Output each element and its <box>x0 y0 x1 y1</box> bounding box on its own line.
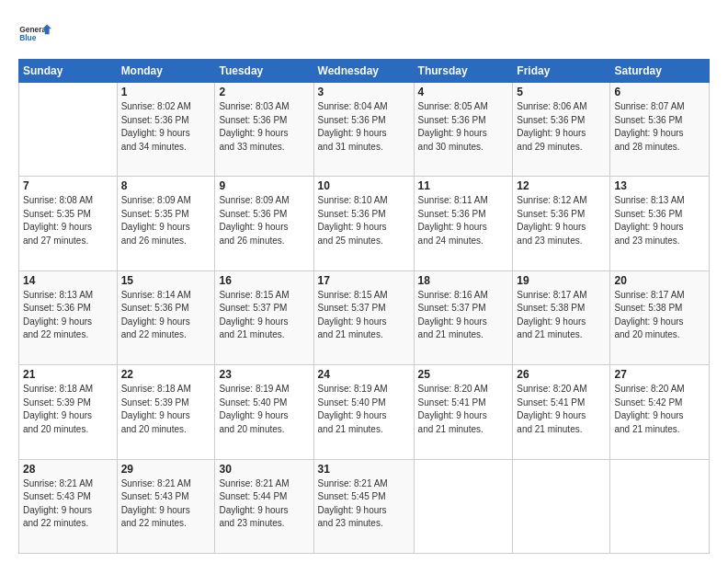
day-number: 1 <box>121 86 211 98</box>
svg-text:Blue: Blue <box>19 33 37 42</box>
calendar-cell: 21Sunrise: 8:18 AMSunset: 5:39 PMDayligh… <box>19 365 118 459</box>
day-number: 11 <box>418 179 509 192</box>
day-info: Sunrise: 8:15 AMSunset: 5:37 PMDaylight:… <box>318 289 410 342</box>
day-number: 18 <box>418 274 509 287</box>
day-info: Sunrise: 8:12 AMSunset: 5:36 PMDaylight:… <box>517 194 606 247</box>
calendar-header: SundayMondayTuesdayWednesdayThursdayFrid… <box>19 60 710 83</box>
calendar-cell: 14Sunrise: 8:13 AMSunset: 5:36 PMDayligh… <box>19 270 118 364</box>
day-info: Sunrise: 8:21 AMSunset: 5:43 PMDaylight:… <box>23 477 113 531</box>
day-number: 10 <box>318 179 410 192</box>
day-info: Sunrise: 8:02 AMSunset: 5:36 PMDaylight:… <box>121 100 211 154</box>
week-row-1: 1Sunrise: 8:02 AMSunset: 5:36 PMDaylight… <box>19 83 710 177</box>
col-header-tuesday: Tuesday <box>215 60 313 83</box>
day-info: Sunrise: 8:15 AMSunset: 5:37 PMDaylight:… <box>219 289 309 342</box>
header: General Blue <box>18 17 710 50</box>
day-number: 17 <box>318 274 410 287</box>
calendar-cell: 8Sunrise: 8:09 AMSunset: 5:35 PMDaylight… <box>117 177 215 270</box>
page: General Blue SundayMondayTuesdayWednesda… <box>0 0 728 563</box>
week-row-2: 7Sunrise: 8:08 AMSunset: 5:35 PMDaylight… <box>19 177 710 270</box>
logo: General Blue <box>18 17 51 50</box>
day-number: 23 <box>219 368 309 381</box>
calendar-cell <box>414 459 513 553</box>
header-row: SundayMondayTuesdayWednesdayThursdayFrid… <box>19 60 710 83</box>
week-row-3: 14Sunrise: 8:13 AMSunset: 5:36 PMDayligh… <box>19 270 710 364</box>
day-info: Sunrise: 8:13 AMSunset: 5:36 PMDaylight:… <box>614 194 705 247</box>
day-number: 12 <box>517 179 606 192</box>
day-info: Sunrise: 8:19 AMSunset: 5:40 PMDaylight:… <box>318 383 410 436</box>
day-number: 13 <box>614 179 705 192</box>
logo-svg: General Blue <box>18 17 51 50</box>
calendar-cell: 28Sunrise: 8:21 AMSunset: 5:43 PMDayligh… <box>19 459 118 553</box>
day-number: 22 <box>121 368 211 381</box>
calendar-cell: 9Sunrise: 8:09 AMSunset: 5:36 PMDaylight… <box>215 177 313 270</box>
calendar-cell: 26Sunrise: 8:20 AMSunset: 5:41 PMDayligh… <box>513 365 610 459</box>
day-info: Sunrise: 8:07 AMSunset: 5:36 PMDaylight:… <box>614 100 705 154</box>
day-number: 28 <box>23 463 113 476</box>
day-info: Sunrise: 8:21 AMSunset: 5:43 PMDaylight:… <box>121 477 211 531</box>
day-number: 29 <box>121 463 211 476</box>
week-row-4: 21Sunrise: 8:18 AMSunset: 5:39 PMDayligh… <box>19 365 710 459</box>
calendar-cell: 5Sunrise: 8:06 AMSunset: 5:36 PMDaylight… <box>513 83 610 177</box>
calendar-table: SundayMondayTuesdayWednesdayThursdayFrid… <box>18 59 710 554</box>
col-header-monday: Monday <box>117 60 215 83</box>
day-number: 16 <box>219 274 309 287</box>
day-info: Sunrise: 8:05 AMSunset: 5:36 PMDaylight:… <box>418 100 509 154</box>
day-info: Sunrise: 8:09 AMSunset: 5:35 PMDaylight:… <box>121 194 211 247</box>
day-number: 8 <box>121 179 211 192</box>
calendar-cell <box>610 459 710 553</box>
calendar-cell: 19Sunrise: 8:17 AMSunset: 5:38 PMDayligh… <box>513 270 610 364</box>
calendar-cell: 11Sunrise: 8:11 AMSunset: 5:36 PMDayligh… <box>414 177 513 270</box>
calendar-cell: 24Sunrise: 8:19 AMSunset: 5:40 PMDayligh… <box>313 365 414 459</box>
calendar-cell: 13Sunrise: 8:13 AMSunset: 5:36 PMDayligh… <box>610 177 710 270</box>
calendar-cell: 10Sunrise: 8:10 AMSunset: 5:36 PMDayligh… <box>313 177 414 270</box>
day-number: 2 <box>219 86 309 98</box>
day-info: Sunrise: 8:18 AMSunset: 5:39 PMDaylight:… <box>23 383 113 436</box>
calendar-cell: 6Sunrise: 8:07 AMSunset: 5:36 PMDaylight… <box>610 83 710 177</box>
day-number: 3 <box>318 86 410 98</box>
calendar-cell: 20Sunrise: 8:17 AMSunset: 5:38 PMDayligh… <box>610 270 710 364</box>
calendar-body: 1Sunrise: 8:02 AMSunset: 5:36 PMDaylight… <box>19 83 710 554</box>
calendar-cell: 15Sunrise: 8:14 AMSunset: 5:36 PMDayligh… <box>117 270 215 364</box>
day-number: 25 <box>418 368 509 381</box>
calendar-cell: 1Sunrise: 8:02 AMSunset: 5:36 PMDaylight… <box>117 83 215 177</box>
calendar-cell: 18Sunrise: 8:16 AMSunset: 5:37 PMDayligh… <box>414 270 513 364</box>
calendar-cell: 22Sunrise: 8:18 AMSunset: 5:39 PMDayligh… <box>117 365 215 459</box>
calendar-cell: 29Sunrise: 8:21 AMSunset: 5:43 PMDayligh… <box>117 459 215 553</box>
day-info: Sunrise: 8:03 AMSunset: 5:36 PMDaylight:… <box>219 100 309 154</box>
day-info: Sunrise: 8:19 AMSunset: 5:40 PMDaylight:… <box>219 383 309 436</box>
day-info: Sunrise: 8:17 AMSunset: 5:38 PMDaylight:… <box>614 289 705 342</box>
day-info: Sunrise: 8:06 AMSunset: 5:36 PMDaylight:… <box>517 100 606 154</box>
day-info: Sunrise: 8:09 AMSunset: 5:36 PMDaylight:… <box>219 194 309 247</box>
col-header-saturday: Saturday <box>610 60 710 83</box>
day-number: 26 <box>517 368 606 381</box>
calendar-cell <box>19 83 118 177</box>
calendar-cell: 25Sunrise: 8:20 AMSunset: 5:41 PMDayligh… <box>414 365 513 459</box>
day-info: Sunrise: 8:11 AMSunset: 5:36 PMDaylight:… <box>418 194 509 247</box>
day-info: Sunrise: 8:14 AMSunset: 5:36 PMDaylight:… <box>121 289 211 342</box>
day-number: 21 <box>23 368 113 381</box>
calendar-cell: 17Sunrise: 8:15 AMSunset: 5:37 PMDayligh… <box>313 270 414 364</box>
calendar-cell: 2Sunrise: 8:03 AMSunset: 5:36 PMDaylight… <box>215 83 313 177</box>
day-number: 27 <box>614 368 705 381</box>
day-number: 15 <box>121 274 211 287</box>
calendar-cell: 27Sunrise: 8:20 AMSunset: 5:42 PMDayligh… <box>610 365 710 459</box>
day-number: 4 <box>418 86 509 98</box>
week-row-5: 28Sunrise: 8:21 AMSunset: 5:43 PMDayligh… <box>19 459 710 553</box>
calendar-cell: 30Sunrise: 8:21 AMSunset: 5:44 PMDayligh… <box>215 459 313 553</box>
day-info: Sunrise: 8:08 AMSunset: 5:35 PMDaylight:… <box>23 194 113 247</box>
col-header-thursday: Thursday <box>414 60 513 83</box>
col-header-sunday: Sunday <box>19 60 118 83</box>
calendar-cell: 3Sunrise: 8:04 AMSunset: 5:36 PMDaylight… <box>313 83 414 177</box>
day-number: 14 <box>23 274 113 287</box>
day-info: Sunrise: 8:04 AMSunset: 5:36 PMDaylight:… <box>318 100 410 154</box>
calendar-cell: 23Sunrise: 8:19 AMSunset: 5:40 PMDayligh… <box>215 365 313 459</box>
svg-text:General: General <box>19 25 48 34</box>
day-info: Sunrise: 8:21 AMSunset: 5:44 PMDaylight:… <box>219 477 309 531</box>
day-info: Sunrise: 8:18 AMSunset: 5:39 PMDaylight:… <box>121 383 211 436</box>
day-info: Sunrise: 8:21 AMSunset: 5:45 PMDaylight:… <box>318 477 410 531</box>
day-number: 30 <box>219 463 309 476</box>
day-number: 9 <box>219 179 309 192</box>
col-header-friday: Friday <box>513 60 610 83</box>
day-info: Sunrise: 8:20 AMSunset: 5:41 PMDaylight:… <box>418 383 509 436</box>
day-number: 7 <box>23 179 113 192</box>
